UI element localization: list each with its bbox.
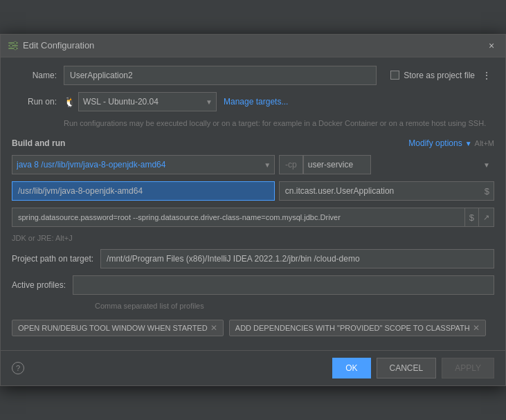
name-label: Name: <box>12 71 57 80</box>
edit-configuration-dialog: Edit Configuration × Name: Store as proj… <box>0 34 506 386</box>
cp-wrapper: -cp user-service ▼ <box>279 155 494 174</box>
service-select[interactable]: user-service <box>303 155 371 174</box>
jdk-hint: JDK or JRE: Alt+J <box>12 234 494 242</box>
apply-button[interactable]: APPLY <box>442 358 494 378</box>
manage-targets-link[interactable]: Manage targets... <box>224 97 288 107</box>
action-buttons: OK CANCEL APPLY <box>332 358 494 378</box>
class-dollar-button[interactable]: $ <box>480 186 494 197</box>
store-project-checkbox[interactable] <box>390 71 399 80</box>
run-on-select[interactable]: WSL - Ubuntu-20.04 <box>78 92 217 111</box>
jvm-path-text: /usr/lib/jvm/java-8-openjdk-amd64 <box>12 186 274 196</box>
svg-point-5 <box>14 47 17 50</box>
tag-add-dependencies: ADD DEPENDENCIES WITH "PROVIDED" SCOPE T… <box>229 320 486 336</box>
jvm-path-highlighted[interactable]: /usr/lib/jvm/java-8-openjdk-amd64 <box>12 181 275 201</box>
vm-args-expand-button[interactable]: ↗ <box>479 208 494 227</box>
title-bar-left: Edit Configuration <box>8 40 94 51</box>
tag-open-run-debug: OPEN RUN/DEBUG TOOL WINDOW WHEN STARTED … <box>12 320 224 336</box>
active-profiles-label: Active profiles: <box>12 280 66 290</box>
title-bar: Edit Configuration × <box>1 35 505 57</box>
active-profiles-input[interactable] <box>73 275 494 295</box>
svg-point-4 <box>10 44 12 47</box>
tag-add-dependencies-label: ADD DEPENDENCIES WITH "PROVIDED" SCOPE T… <box>235 324 470 332</box>
project-path-input[interactable] <box>100 249 494 268</box>
path-class-row: /usr/lib/jvm/java-8-openjdk-amd64 cn.itc… <box>12 181 494 201</box>
vm-args-input[interactable] <box>12 208 465 227</box>
name-row: Name: Store as project file ⋮ <box>12 66 494 85</box>
vm-args-row: $ ↗ <box>12 208 494 227</box>
name-input[interactable] <box>64 66 377 85</box>
chevron-down-icon: ▼ <box>465 140 472 147</box>
more-options-button[interactable]: ⋮ <box>479 69 494 82</box>
service-select-arrow: ▼ <box>483 161 490 169</box>
svg-point-3 <box>14 42 17 44</box>
tags-row: OPEN RUN/DEBUG TOOL WINDOW WHEN STARTED … <box>12 320 494 336</box>
run-on-select-wrapper: WSL - Ubuntu-20.04 ▼ <box>78 92 217 111</box>
ok-button[interactable]: OK <box>332 358 370 378</box>
modify-options-label: Modify options <box>408 138 462 148</box>
build-run-section-header: Build and run Modify options ▼ Alt+M <box>12 138 494 148</box>
modify-options-button[interactable]: Modify options ▼ Alt+M <box>408 138 494 148</box>
tag-open-run-debug-label: OPEN RUN/DEBUG TOOL WINDOW WHEN STARTED <box>18 324 208 332</box>
dialog-title: Edit Configuration <box>23 40 94 51</box>
wsl-icon: 🐧 <box>64 96 75 107</box>
store-project-label: Store as project file <box>404 71 475 80</box>
dialog-content: Name: Store as project file ⋮ Run on: 🐧 … <box>1 57 505 345</box>
bottom-bar: ? OK CANCEL APPLY <box>1 350 505 385</box>
jvm-service-row: java 8 /usr/lib/jvm/java-8-openjdk-amd64… <box>12 155 494 174</box>
close-button[interactable]: × <box>485 39 498 53</box>
cancel-button[interactable]: CANCEL <box>377 358 437 378</box>
build-run-title: Build and run <box>12 138 65 148</box>
class-row: cn.itcast.user.UserApplication $ <box>279 181 494 201</box>
project-path-label: Project path on target: <box>12 254 93 264</box>
active-profiles-row: Active profiles: <box>12 275 494 295</box>
run-on-label: Run on: <box>12 97 57 107</box>
store-project-group: Store as project file ⋮ <box>390 69 494 82</box>
jvm-select[interactable]: java 8 /usr/lib/jvm/java-8-openjdk-amd64 <box>12 155 275 174</box>
tag-open-run-debug-close[interactable]: ✕ <box>210 323 217 333</box>
project-path-row: Project path on target: <box>12 249 494 268</box>
vm-args-dollar-button[interactable]: $ <box>465 208 479 227</box>
help-button[interactable]: ? <box>12 362 24 374</box>
jvm-select-wrapper: java 8 /usr/lib/jvm/java-8-openjdk-amd64… <box>12 155 275 174</box>
class-name: cn.itcast.user.UserApplication <box>280 186 480 196</box>
cp-label: -cp <box>279 155 303 174</box>
tag-add-dependencies-close[interactable]: ✕ <box>473 323 480 333</box>
modify-shortcut: Alt+M <box>475 139 494 147</box>
run-on-hint: Run configurations may be executed local… <box>64 118 494 129</box>
config-icon <box>8 40 19 51</box>
run-on-row: Run on: 🐧 WSL - Ubuntu-20.04 ▼ Manage ta… <box>12 92 494 111</box>
profiles-hint: Comma separated list of profiles <box>95 302 494 310</box>
